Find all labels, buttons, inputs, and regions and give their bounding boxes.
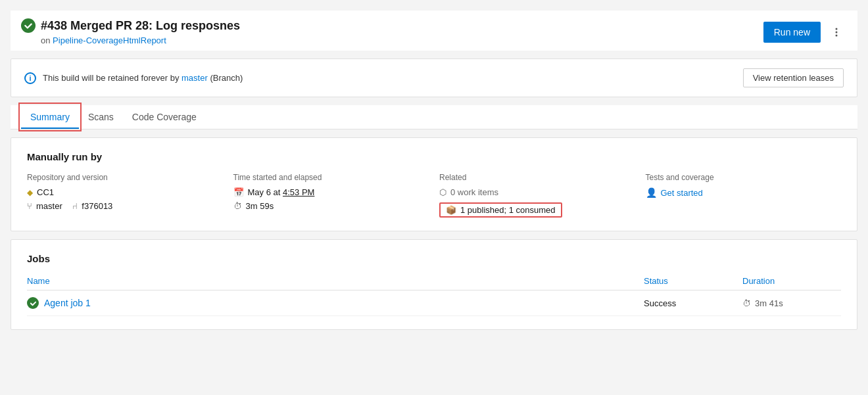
build-title: #438 Merged PR 28: Log resposnes <box>41 19 240 33</box>
view-retention-leases-button[interactable]: View retention leases <box>743 68 844 87</box>
artifacts-icon: 📦 <box>446 205 456 215</box>
tab-scans[interactable]: Scans <box>79 105 123 129</box>
related-col: Related ⬡ 0 work items 📦 1 published; 1 … <box>439 173 635 218</box>
branch-name: master <box>36 201 62 211</box>
time-col: Time started and elapsed 📅 May 6 at 4:53… <box>233 173 429 218</box>
svg-point-2 <box>836 34 838 36</box>
job-name-cell: Agent job 1 <box>27 297 644 309</box>
jobs-title: Jobs <box>27 253 841 264</box>
pipeline-link[interactable]: Pipeline-CoverageHtmlReport <box>53 35 166 45</box>
run-new-button[interactable]: Run new <box>763 22 821 43</box>
artifacts-text: 1 published; 1 consumed <box>460 205 556 215</box>
commit-icon: ⑁ <box>72 201 78 211</box>
job-success-icon <box>27 297 39 309</box>
tab-summary[interactable]: Summary <box>21 105 79 129</box>
time-started-row: 📅 May 6 at 4:53 PM <box>233 187 429 197</box>
tests-col: Tests and coverage 👤 Get started <box>646 173 842 218</box>
clock-icon: ⏱ <box>233 201 242 211</box>
pipeline-subtitle: on Pipeline-CoverageHtmlReport <box>41 35 240 45</box>
time-started: May 6 at 4:53 PM <box>248 187 315 197</box>
jobs-table-header: Name Status Duration <box>27 272 841 290</box>
svg-point-0 <box>836 28 838 30</box>
job-name[interactable]: Agent job 1 <box>44 298 91 308</box>
retention-banner: i This build will be retained forever by… <box>11 58 857 97</box>
job-status-cell: Success <box>644 298 742 308</box>
banner-text: This build will be retained forever by m… <box>43 73 243 83</box>
elapsed-time: 3m 59s <box>246 201 274 211</box>
artifacts-row: 📦 1 published; 1 consumed <box>439 202 635 218</box>
col-status-header: Status <box>644 276 742 286</box>
col-duration-header: Duration <box>742 276 841 286</box>
more-options-icon[interactable] <box>826 22 847 43</box>
branch-link[interactable]: master <box>181 73 208 83</box>
tests-label: Tests and coverage <box>646 173 842 182</box>
build-status-icon <box>21 18 36 33</box>
person-icon: 👤 <box>646 187 657 198</box>
job-duration-cell: ⏱ 3m 41s <box>742 298 841 308</box>
jobs-card: Jobs Name Status Duration Agent job 1 Su… <box>11 239 857 330</box>
repo-name-row: ◆ CC1 <box>27 187 223 197</box>
repo-version-col: Repository and version ◆ CC1 ⑂ master ⑁ … <box>27 173 223 218</box>
diamond-icon: ◆ <box>27 188 33 197</box>
calendar-icon: 📅 <box>233 187 244 197</box>
workitem-icon: ⬡ <box>439 187 446 197</box>
job-status: Success <box>644 298 676 308</box>
info-icon: i <box>24 72 36 84</box>
branch-commit-row: ⑂ master ⑁ f376013 <box>27 201 223 211</box>
branch-icon: ⑂ <box>27 201 32 211</box>
summary-card: Manually run by Repository and version ◆… <box>11 137 857 231</box>
tab-code-coverage[interactable]: Code Coverage <box>123 105 206 129</box>
related-label: Related <box>439 173 635 182</box>
manually-run-title: Manually run by <box>27 151 841 162</box>
commit-hash: f376013 <box>82 201 112 211</box>
repo-name: CC1 <box>37 187 54 197</box>
svg-point-1 <box>836 31 838 33</box>
duration-icon: ⏱ <box>742 298 751 308</box>
work-items-row: ⬡ 0 work items <box>439 187 635 197</box>
tabs-bar: Summary Scans Code Coverage <box>11 105 857 129</box>
col-name-header: Name <box>27 276 644 286</box>
time-label: Time started and elapsed <box>233 173 429 182</box>
get-started-link[interactable]: 👤 Get started <box>646 187 842 198</box>
table-row: Agent job 1 Success ⏱ 3m 41s <box>27 290 841 316</box>
job-duration: 3m 41s <box>755 298 783 308</box>
elapsed-row: ⏱ 3m 59s <box>233 201 429 211</box>
artifacts-badge[interactable]: 📦 1 published; 1 consumed <box>439 202 562 218</box>
repo-version-label: Repository and version <box>27 173 223 182</box>
work-items-count: 0 work items <box>450 187 498 197</box>
